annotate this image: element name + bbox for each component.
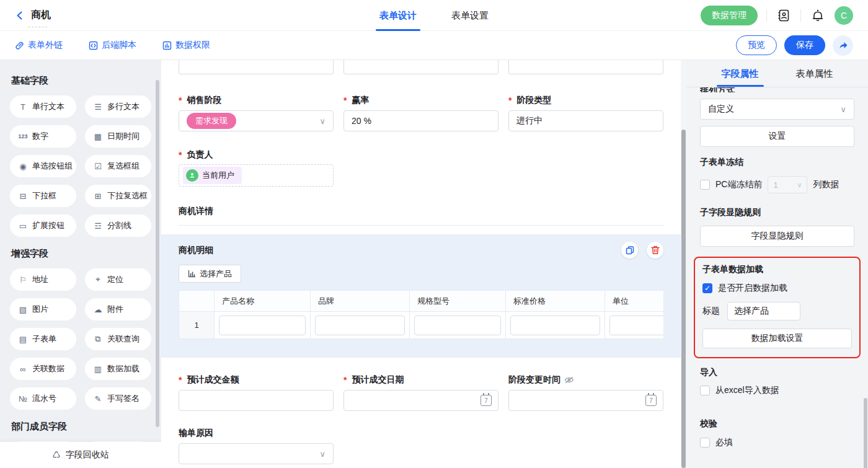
copy-field-button[interactable] xyxy=(621,242,638,258)
cut-input[interactable] xyxy=(179,60,334,74)
data-manage-button[interactable]: 数据管理 xyxy=(701,6,758,25)
data-permission-link[interactable]: 数据权限 xyxy=(162,40,210,51)
field-type-label: 多行文本 xyxy=(107,101,140,112)
divider-line xyxy=(179,225,663,226)
cell-input[interactable] xyxy=(414,316,501,335)
field-type-image[interactable]: ▧图片 xyxy=(10,298,76,320)
field-lose-reason[interactable]: 输单原因 ∨ xyxy=(179,427,663,464)
field-type-extend-button[interactable]: ▭扩展按钮 xyxy=(10,214,76,237)
cell-input[interactable] xyxy=(609,316,663,335)
field-win-rate[interactable]: 赢率 20 % xyxy=(343,94,498,131)
required-checkbox[interactable] xyxy=(700,438,710,448)
tab-form-properties[interactable]: 表单属性 xyxy=(796,60,833,87)
tab-form-design[interactable]: 表单设计 xyxy=(379,0,417,31)
canvas-scrollbar-track[interactable] xyxy=(681,60,686,468)
cut-input[interactable] xyxy=(343,60,498,74)
field-type-attachment[interactable]: ☁附件 xyxy=(85,298,151,320)
stage-type-input[interactable]: 进行中 xyxy=(508,110,663,131)
share-button[interactable] xyxy=(833,35,853,56)
field-type-single-line-text[interactable]: T单行文本 xyxy=(10,95,76,118)
row-number-cell: 1 xyxy=(179,312,215,339)
top-bar: 商机 表单设计 表单设置 数据管理 C xyxy=(0,0,868,31)
field-type-multi-line-text[interactable]: ☰多行文本 xyxy=(85,95,151,118)
freeze-count-select[interactable]: 1 ∨ xyxy=(768,176,807,193)
expected-date-input[interactable]: 7 xyxy=(343,390,498,411)
notification-bell-icon[interactable] xyxy=(810,7,826,24)
field-sales-stage[interactable]: 销售阶段 需求发现 ∨ xyxy=(179,94,334,131)
freeze-checkbox[interactable] xyxy=(700,180,710,190)
cell-input[interactable] xyxy=(315,316,405,335)
field-divider-detail[interactable]: 商机详情 xyxy=(179,205,663,226)
field-expected-date[interactable]: 预计成交日期 7 xyxy=(343,374,498,411)
field-type-label: 地址 xyxy=(32,274,48,285)
stage-change-time-input[interactable]: 7 xyxy=(508,390,663,411)
field-owner[interactable]: 负责人 当前用户 xyxy=(179,149,663,187)
field-type-linked-data[interactable]: ∞关联数据 xyxy=(10,358,76,380)
current-user-tag: 当前用户 xyxy=(183,167,242,184)
data-load-settings-button[interactable]: 数据加载设置 xyxy=(702,329,852,348)
tab-form-settings[interactable]: 表单设置 xyxy=(451,0,489,31)
cell-input[interactable] xyxy=(219,316,306,335)
field-type-subform[interactable]: ▤子表单 xyxy=(10,328,76,350)
table-cell[interactable] xyxy=(605,312,663,339)
field-stage-type[interactable]: 阶段类型 进行中 xyxy=(508,94,663,131)
field-type-address[interactable]: ⚐地址 xyxy=(10,268,76,291)
backend-script-link[interactable]: 后端脚本 xyxy=(89,40,136,51)
field-type-datetime[interactable]: ▦日期时间 xyxy=(85,125,151,148)
field-type-number[interactable]: 123数字 xyxy=(10,125,76,148)
sales-stage-select[interactable]: 需求发现 ∨ xyxy=(179,110,334,131)
save-button[interactable]: 保存 xyxy=(784,35,825,55)
tab-field-properties[interactable]: 字段属性 xyxy=(722,60,759,87)
checkbox-group-icon: ☑ xyxy=(91,162,105,171)
delete-field-button[interactable] xyxy=(647,242,663,258)
win-rate-input[interactable]: 20 % xyxy=(343,110,498,131)
settings-button[interactable]: 设置 xyxy=(700,126,854,147)
table-cell[interactable] xyxy=(311,312,410,339)
field-type-dropdown[interactable]: ⊟下拉框 xyxy=(10,185,76,207)
lose-reason-select[interactable]: ∨ xyxy=(179,443,334,464)
canvas-scrollbar-thumb[interactable] xyxy=(681,130,686,468)
field-type-checkbox-group[interactable]: ☑复选框组 xyxy=(85,155,151,177)
back-chevron-icon xyxy=(15,11,25,20)
cut-input[interactable] xyxy=(508,60,663,74)
field-type-locate[interactable]: ⌖定位 xyxy=(85,268,151,291)
field-type-label: 数据加载 xyxy=(107,363,140,374)
form-canvas: 销售阶段 需求发现 ∨ 赢率 20 % 阶段类型 进行中 负责人 xyxy=(161,60,681,468)
enable-data-load-checkbox[interactable]: ✓ xyxy=(702,283,712,293)
field-type-signature[interactable]: ✎手写签名 xyxy=(85,387,151,410)
select-product-button[interactable]: 选择产品 xyxy=(179,265,241,283)
field-stage-change-time[interactable]: 阶段变更时间 7 xyxy=(508,374,663,411)
cell-input[interactable] xyxy=(510,316,600,335)
clipped-section-title: 排列方式 xyxy=(700,87,854,92)
table-cell[interactable] xyxy=(215,312,311,339)
expected-amount-input[interactable] xyxy=(179,390,334,411)
field-type-linked-query[interactable]: ⧉关联查询 xyxy=(85,328,151,350)
contacts-book-icon[interactable] xyxy=(776,7,792,24)
excel-import-checkbox[interactable] xyxy=(700,386,710,395)
sidebar-scrollbar[interactable] xyxy=(156,80,159,427)
field-type-serial-number[interactable]: №流水号 xyxy=(10,387,76,410)
panel-scrollbar-thumb[interactable] xyxy=(864,398,867,468)
field-visibility-rules-button[interactable]: 字段显隐规则 xyxy=(700,226,854,247)
field-type-label: 定位 xyxy=(107,274,123,285)
field-type-divider[interactable]: ☲分割线 xyxy=(85,214,151,237)
title-field-label: 标题 xyxy=(702,306,720,317)
field-type-radio-group[interactable]: ◉单选按钮组 xyxy=(10,155,76,177)
data-load-title-input[interactable]: 选择产品 xyxy=(727,302,800,320)
import-section-title: 导入 xyxy=(700,367,854,378)
preview-button[interactable]: 预览 xyxy=(736,35,777,55)
back-button[interactable] xyxy=(15,11,25,20)
user-avatar[interactable]: C xyxy=(835,6,853,25)
table-cell[interactable] xyxy=(506,312,605,339)
mode-select[interactable]: 自定义 ∨ xyxy=(700,99,854,120)
table-cell[interactable] xyxy=(410,312,506,339)
owner-picker[interactable]: 当前用户 xyxy=(179,164,334,187)
form-external-link[interactable]: 表单外链 xyxy=(15,40,63,51)
field-recycle-bin[interactable]: ♺ 字段回收站 xyxy=(0,442,161,468)
field-expected-amount[interactable]: 预计成交金额 xyxy=(179,374,334,411)
field-type-data-load[interactable]: ▥数据加载 xyxy=(85,358,151,380)
chevron-down-icon: ∨ xyxy=(319,449,326,459)
subform-field-selected[interactable]: 商机明细 xyxy=(161,234,681,358)
divider-icon: ☲ xyxy=(91,221,105,231)
field-type-multi-dropdown[interactable]: ⊞下拉复选框 xyxy=(85,185,151,207)
